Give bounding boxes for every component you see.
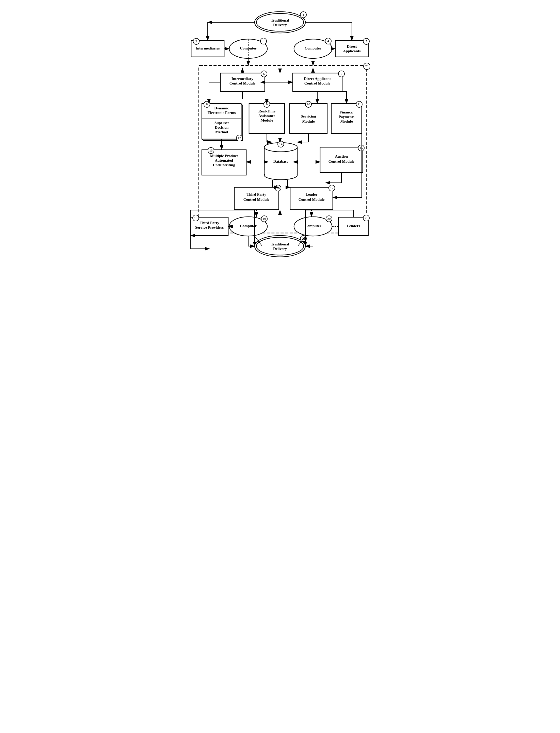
label-16: 16 [276,186,280,190]
svg-text:Direct: Direct [347,44,357,48]
svg-text:Servicing: Servicing [301,114,316,118]
svg-rect-17 [335,41,368,57]
svg-text:Underwriting: Underwriting [213,163,235,167]
label-6: 6 [263,72,265,76]
svg-text:Lender: Lender [306,192,318,197]
label-3: 3 [263,39,265,43]
svg-text:Decision: Decision [215,125,229,130]
label-17: 17 [330,186,334,190]
svg-text:Control Module: Control Module [229,81,256,85]
label-11: 11 [358,102,361,106]
svg-text:Control Module: Control Module [299,198,325,202]
svg-text:Service Providers: Service Providers [195,225,224,230]
svg-text:Payments: Payments [339,115,355,119]
svg-text:Control Module: Control Module [243,198,270,202]
svg-text:Auction: Auction [335,154,348,158]
diagram-container: Traditional Delivery 1 Intermediaries 2 … [184,5,376,257]
svg-text:Superset: Superset [215,121,229,125]
svg-rect-64 [265,170,297,174]
svg-text:Intermediary: Intermediary [232,77,253,81]
svg-text:Multiple Product: Multiple Product [210,154,238,158]
svg-text:Delivery: Delivery [273,247,287,251]
label-15: 15 [360,146,363,150]
svg-text:Module: Module [340,119,353,123]
label-4: 4 [327,39,329,43]
svg-text:Assistance: Assistance [258,114,275,118]
label-13: 13 [209,149,213,152]
label-14: 14 [279,142,283,146]
label-21: 21 [365,216,368,220]
svg-text:Method: Method [215,130,228,134]
svg-text:Lenders: Lenders [347,224,360,228]
svg-text:Module: Module [260,118,273,122]
label-7: 7 [341,72,342,76]
svg-text:Module: Module [302,119,315,123]
svg-rect-47 [290,104,327,134]
label-18: 18 [194,216,197,220]
svg-text:Traditional: Traditional [271,18,289,22]
svg-text:Direct Applicant: Direct Applicant [304,77,331,81]
svg-text:Third Party: Third Party [200,221,219,225]
svg-text:Computer: Computer [240,224,257,228]
svg-text:Intermediaries: Intermediaries [196,46,220,50]
svg-text:Real-Time: Real-Time [258,109,275,113]
svg-text:Applicants: Applicants [343,49,360,53]
label-20: 20 [327,217,331,221]
svg-text:Finance/: Finance/ [340,110,354,114]
label-10: 10 [307,102,310,106]
svg-text:Electronic Forms: Electronic Forms [208,111,236,115]
svg-text:Third Party: Third Party [246,192,266,197]
svg-text:Automated: Automated [215,158,233,163]
label-1: 1 [303,13,304,17]
svg-text:Computer: Computer [305,224,321,228]
svg-text:Control Module: Control Module [304,81,331,85]
svg-text:Dynamic: Dynamic [214,106,229,110]
svg-text:Delivery: Delivery [273,23,287,27]
label-8: 8 [206,102,208,106]
label-12: 12 [238,136,241,140]
label-19: 19 [263,217,266,221]
svg-text:Traditional: Traditional [271,242,289,246]
label-2: 2 [195,39,197,43]
label-23: 23 [365,64,369,68]
svg-text:Control Module: Control Module [328,159,355,164]
svg-text:Database: Database [273,159,288,164]
label-5: 5 [366,39,367,43]
